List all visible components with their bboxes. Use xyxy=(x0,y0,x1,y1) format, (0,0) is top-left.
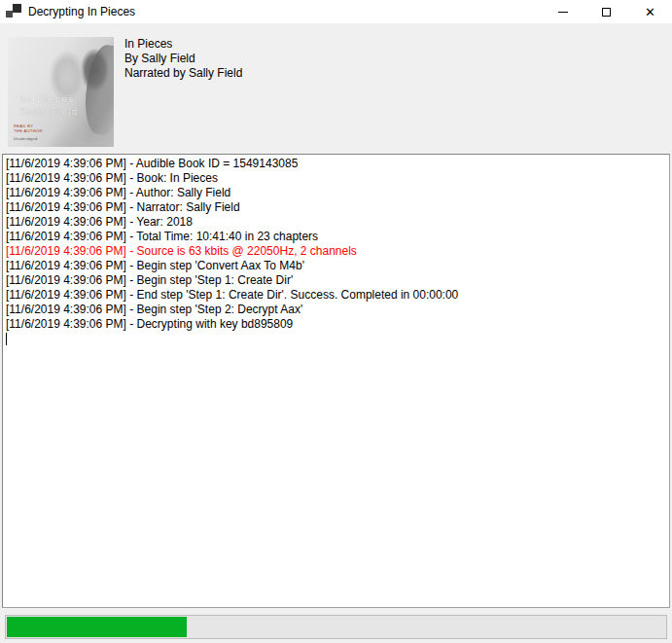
minimize-button[interactable] xyxy=(541,0,584,23)
app-icon-square-big xyxy=(13,4,21,13)
text-caret xyxy=(6,333,7,345)
book-title-label: In Pieces xyxy=(124,37,242,52)
maximize-icon xyxy=(602,8,611,17)
log-line: [11/6/2019 4:39:06 PM] - Book: In Pieces xyxy=(6,171,666,186)
decrypt-window: { "window": { "title": "Decrypting In Pi… xyxy=(0,0,672,643)
log-line: [11/6/2019 4:39:06 PM] - Decrypting with… xyxy=(6,317,666,332)
log-line: [11/6/2019 4:39:06 PM] - Source is 63 kb… xyxy=(6,244,666,259)
log-output[interactable]: [11/6/2019 4:39:06 PM] - Audible Book ID… xyxy=(2,154,670,608)
book-author-label: By Sally Field xyxy=(124,52,242,66)
log-line: [11/6/2019 4:39:06 PM] - End step 'Step … xyxy=(6,288,666,303)
log-line: [11/6/2019 4:39:06 PM] - Begin step 'Ste… xyxy=(6,273,666,288)
book-cover-image: In Pieces Sally Field READ BY THE AUTHOR… xyxy=(8,37,114,147)
window-title: Decrypting In Pieces xyxy=(28,5,135,18)
maximize-button[interactable] xyxy=(584,0,628,23)
cover-art-hair xyxy=(81,43,114,136)
cover-read-by-text: READ BY THE AUTHOR xyxy=(14,124,43,133)
cover-edition-text: Unabridged xyxy=(14,136,38,141)
progress-bar-fill xyxy=(7,617,187,637)
progress-bar xyxy=(5,615,667,639)
minimize-icon xyxy=(558,12,568,13)
log-line: [11/6/2019 4:39:06 PM] - Narrator: Sally… xyxy=(6,200,666,215)
log-line: [11/6/2019 4:39:06 PM] - Audible Book ID… xyxy=(6,157,666,171)
close-button[interactable]: ✕ xyxy=(628,0,672,23)
caption-buttons: ✕ xyxy=(541,0,672,23)
log-line: [11/6/2019 4:39:06 PM] - Year: 2018 xyxy=(6,215,666,230)
log-line: [11/6/2019 4:39:06 PM] - Begin step 'Con… xyxy=(6,259,666,273)
log-line: [11/6/2019 4:39:06 PM] - Author: Sally F… xyxy=(6,186,666,200)
close-icon: ✕ xyxy=(645,6,655,18)
book-info: In Pieces By Sally Field Narrated by Sal… xyxy=(124,37,242,81)
app-icon xyxy=(6,4,21,19)
title-bar[interactable]: Decrypting In Pieces ✕ xyxy=(0,0,672,23)
cover-author-text: Sally Field xyxy=(20,107,78,117)
log-line: [11/6/2019 4:39:06 PM] - Begin step 'Ste… xyxy=(6,303,666,317)
app-icon-square-small xyxy=(6,11,13,18)
log-line: [11/6/2019 4:39:06 PM] - Total Time: 10:… xyxy=(6,230,666,244)
book-narrator-label: Narrated by Sally Field xyxy=(124,66,242,81)
cover-title-text: In Pieces xyxy=(20,93,74,104)
